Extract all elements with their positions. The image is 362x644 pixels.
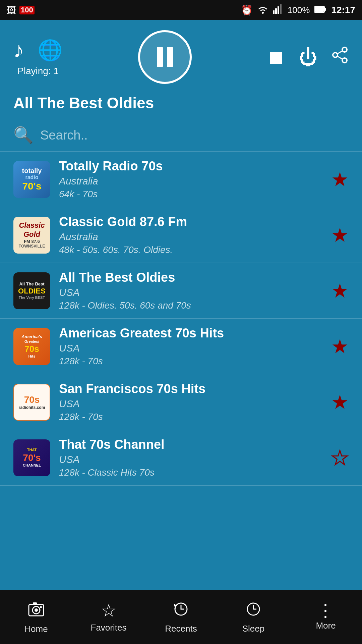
- player-left: ♪ 🌐 Playing: 1: [13, 38, 63, 76]
- search-bar[interactable]: 🔍: [0, 119, 362, 152]
- list-item[interactable]: All The Best OLDIES The Very BEST All Th…: [0, 263, 362, 319]
- pause-bar-left: [157, 47, 163, 67]
- station-info: Classic Gold 87.6 Fm Australia 48k - 50s…: [59, 215, 322, 255]
- svg-point-9: [333, 53, 338, 57]
- stop-button[interactable]: ⏹: [267, 46, 286, 68]
- station-logo-that70s: THAT 70's CHANNEL: [13, 439, 50, 476]
- station-info: Americas Greatest 70s Hits USA 128k - 70…: [59, 326, 322, 367]
- station-name: That 70s Channel: [59, 437, 322, 452]
- station-bitrate: 128k - Classic Hits 70s: [59, 467, 322, 478]
- player-controls-right: ⏹ ⏻: [267, 46, 349, 68]
- alarm-icon: ⏰: [241, 5, 253, 16]
- svg-point-16: [40, 606, 42, 608]
- svg-point-8: [342, 58, 347, 63]
- station-bitrate: 128k - 70s: [59, 356, 322, 367]
- favorites-label: Favorites: [91, 623, 127, 633]
- station-country: USA: [59, 287, 322, 298]
- svg-rect-0: [273, 10, 275, 14]
- bottom-nav: Home ☆ Favorites Recents Sleep ⋮ More: [0, 590, 362, 644]
- station-bitrate: 64k - 70s: [59, 189, 322, 200]
- svg-point-14: [35, 608, 38, 612]
- favorite-star-4[interactable]: ★: [331, 337, 349, 356]
- status-bar: 🖼 100 ⏰ 100% 12:17: [0, 0, 362, 20]
- pause-button[interactable]: [138, 30, 192, 84]
- svg-rect-1: [275, 8, 277, 14]
- more-label: More: [316, 621, 336, 631]
- home-icon: [27, 600, 45, 621]
- globe-icon: 🌐: [38, 38, 63, 62]
- list-item[interactable]: 70s radiohits.com San Franciscos 70s Hit…: [0, 374, 362, 430]
- favorite-star-6[interactable]: ★: [331, 448, 349, 468]
- station-name: San Franciscos 70s Hits: [59, 382, 322, 396]
- share-button[interactable]: [331, 46, 349, 68]
- svg-rect-3: [280, 4, 282, 14]
- battery-icon: [314, 5, 326, 15]
- favorite-star-5[interactable]: ★: [331, 392, 349, 412]
- nav-item-home[interactable]: Home: [0, 600, 72, 634]
- station-info: San Franciscos 70s Hits USA 128k - 70s: [59, 382, 322, 422]
- station-name: Americas Greatest 70s Hits: [59, 326, 322, 340]
- station-country: USA: [59, 398, 322, 410]
- recents-icon: [173, 601, 189, 620]
- svg-rect-5: [324, 8, 326, 11]
- favorite-star-3[interactable]: ★: [331, 281, 349, 301]
- player-left-icons: ♪ 🌐: [13, 38, 63, 62]
- more-dots-icon: ⋮: [317, 603, 335, 618]
- station-title-bar: All The Best Oldies: [0, 91, 362, 119]
- player-header: ♪ 🌐 Playing: 1 ⏹ ⏻: [0, 20, 362, 91]
- station-name: All The Best Oldies: [59, 270, 322, 285]
- status-right: ⏰ 100% 12:17: [241, 4, 355, 16]
- station-logo-totally-radio: totally radio 70's: [13, 161, 50, 198]
- svg-rect-2: [278, 6, 279, 14]
- wifi-icon: [257, 4, 268, 16]
- nav-item-recents[interactable]: Recents: [145, 601, 217, 634]
- search-icon: 🔍: [13, 126, 34, 145]
- station-bitrate: 48k - 50s. 60s. 70s. Oldies.: [59, 245, 322, 255]
- svg-line-11: [338, 56, 342, 59]
- time-display: 12:17: [331, 5, 355, 15]
- home-label: Home: [24, 624, 48, 634]
- radio-app-icon: 100: [19, 6, 35, 14]
- current-station-title: All The Best Oldies: [13, 94, 349, 112]
- station-info: Totally Radio 70s Australia 64k - 70s: [59, 159, 322, 200]
- list-item[interactable]: America's Greatest 70s Hits Americas Gre…: [0, 319, 362, 374]
- pause-icon: [157, 47, 173, 67]
- svg-line-10: [338, 51, 342, 54]
- list-item[interactable]: THAT 70's CHANNEL That 70s Channel USA 1…: [0, 430, 362, 486]
- favorite-star-1[interactable]: ★: [331, 170, 349, 189]
- photo-icon: 🖼: [7, 5, 16, 16]
- station-list: totally radio 70's Totally Radio 70s Aus…: [0, 152, 362, 590]
- svg-rect-15: [33, 602, 37, 604]
- station-country: Australia: [59, 231, 322, 243]
- station-logo-san-francisco: 70s radiohits.com: [13, 384, 50, 421]
- station-info: All The Best Oldies USA 128k - Oldies. 5…: [59, 270, 322, 311]
- pause-bar-right: [167, 47, 173, 67]
- station-bitrate: 128k - Oldies. 50s. 60s and 70s: [59, 300, 322, 311]
- station-logo-classic-gold: Classic Gold FM 87.6 TOWNSVILLE: [13, 217, 50, 254]
- station-name: Totally Radio 70s: [59, 159, 322, 173]
- battery-percent: 100%: [288, 5, 310, 15]
- station-bitrate: 128k - 70s: [59, 412, 322, 422]
- sleep-label: Sleep: [242, 624, 265, 634]
- nav-item-sleep[interactable]: Sleep: [217, 601, 290, 634]
- signal-icon: [273, 4, 283, 16]
- power-button[interactable]: ⏻: [299, 46, 318, 68]
- music-note-icon: ♪: [13, 38, 24, 62]
- search-input[interactable]: [40, 128, 349, 143]
- station-name: Classic Gold 87.6 Fm: [59, 215, 322, 229]
- sleep-clock-icon: [245, 601, 262, 620]
- nav-item-favorites[interactable]: ☆ Favorites: [72, 602, 145, 633]
- station-country: Australia: [59, 175, 322, 187]
- station-logo-americas: America's Greatest 70s Hits: [13, 328, 50, 365]
- main-content: ♪ 🌐 Playing: 1 ⏹ ⏻: [0, 20, 362, 590]
- station-info: That 70s Channel USA 128k - Classic Hits…: [59, 437, 322, 478]
- favorite-star-2[interactable]: ★: [331, 225, 349, 245]
- playing-label: Playing: 1: [17, 66, 59, 76]
- svg-point-7: [342, 47, 347, 52]
- list-item[interactable]: Classic Gold FM 87.6 TOWNSVILLE Classic …: [0, 207, 362, 263]
- nav-item-more[interactable]: ⋮ More: [290, 603, 362, 631]
- list-item[interactable]: totally radio 70's Totally Radio 70s Aus…: [0, 152, 362, 207]
- status-left: 🖼 100: [7, 5, 35, 16]
- station-country: USA: [59, 454, 322, 465]
- station-logo-all-best-oldies: All The Best OLDIES The Very BEST: [13, 272, 50, 309]
